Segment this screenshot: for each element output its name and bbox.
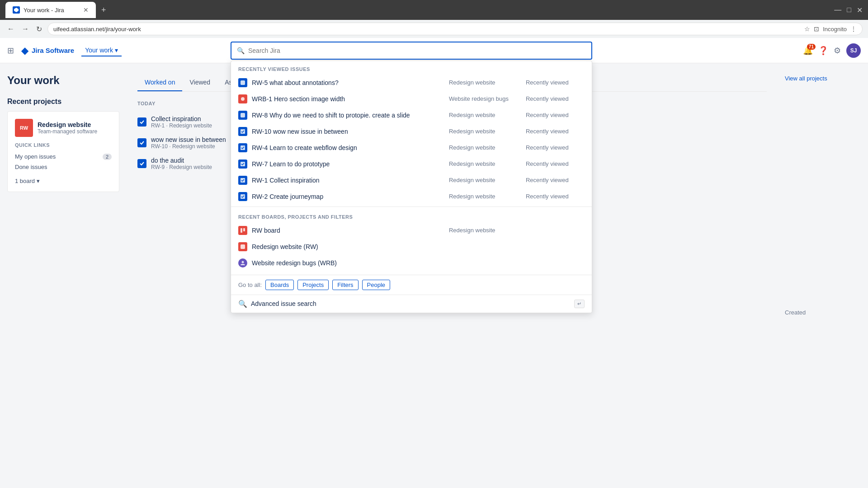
new-tab-button[interactable]: +: [101, 5, 106, 15]
issue-badge: Recently viewed: [526, 160, 585, 167]
svg-rect-11: [241, 244, 245, 249]
dropdown-issue-rw5[interactable]: RW-5 what about annotations? Redesign we…: [231, 75, 592, 91]
dropdown-issue-rw10[interactable]: RW-10 wow new issue in between Redesign …: [231, 123, 592, 140]
issue-type-story-icon: [238, 78, 247, 87]
dropdown-issue-rw7[interactable]: RW-7 Learn to do prototype Redesign webs…: [231, 156, 592, 172]
your-work-nav-item[interactable]: Your work ▾: [81, 45, 122, 56]
goto-projects-button[interactable]: Projects: [297, 280, 329, 290]
work-item-id: RW-1: [151, 122, 165, 129]
refresh-button[interactable]: ↻: [34, 23, 44, 35]
search-container: 🔍 RECENTLY VIEWED ISSUES RW-5 what about…: [231, 42, 592, 60]
dropdown-issue-rw1[interactable]: RW-1 Collect inspiration Redesign websit…: [231, 172, 592, 188]
close-button[interactable]: ✕: [857, 6, 863, 14]
sidebar: Your work Recent projects RW Redesign we…: [0, 63, 127, 488]
recently-viewed-issues-header: RECENTLY VIEWED ISSUES: [231, 61, 592, 75]
dropdown-issue-wrb1[interactable]: WRB-1 Hero section image width Website r…: [231, 91, 592, 107]
your-work-chevron: ▾: [115, 47, 118, 54]
work-item-icon: [137, 138, 146, 147]
issue-project: Redesign website: [449, 112, 521, 118]
open-issues-label: My open issues: [15, 153, 56, 160]
advanced-search-row[interactable]: 🔍 Advanced issue search ↵: [231, 295, 592, 313]
issue-title: RW-2 Create journeymap: [252, 193, 444, 200]
notifications-button[interactable]: 🔔 71: [803, 46, 813, 56]
work-item-title: Collect inspiration: [151, 115, 212, 122]
board-label: 1 board: [15, 178, 35, 184]
work-item-project: Redesign website: [169, 164, 212, 170]
issue-project: Redesign website: [449, 160, 521, 167]
goto-row: Go to all: Boards Projects Filters Peopl…: [231, 275, 592, 295]
your-work-label: Your work: [85, 47, 113, 54]
search-input-wrap[interactable]: 🔍: [231, 42, 592, 60]
work-item-project: Redesign website: [172, 143, 215, 150]
split-screen-icon[interactable]: ⊡: [814, 25, 819, 33]
address-bar-actions: ☆ ⊡ Incognito ⋮: [804, 25, 857, 33]
issue-project: Redesign website: [449, 193, 521, 200]
menu-icon[interactable]: ⋮: [850, 25, 857, 33]
view-all-projects-link[interactable]: View all projects: [785, 75, 827, 82]
maximize-button[interactable]: □: [847, 6, 851, 14]
issue-badge: Recently viewed: [526, 128, 585, 135]
my-open-issues-link[interactable]: My open issues 2: [15, 151, 112, 162]
tab-close-button[interactable]: ✕: [83, 6, 89, 14]
dropdown-issue-rw4[interactable]: RW-4 Learn to create webflow design Rede…: [231, 140, 592, 156]
board-chevron: ▾: [37, 178, 40, 184]
issue-project: Redesign website: [449, 144, 521, 151]
board-button[interactable]: 1 board ▾: [15, 178, 40, 184]
dropdown-issue-rw8[interactable]: RW-8 Why do we need to shift to protopie…: [231, 107, 592, 123]
user-avatar[interactable]: SJ: [846, 43, 861, 58]
browser-tab[interactable]: Your work - Jira ✕: [5, 2, 96, 18]
app-name-label: Jira Software: [32, 47, 74, 54]
issue-badge: Recently viewed: [526, 193, 585, 200]
people-title: Website redesign bugs (WRB): [252, 259, 444, 267]
goto-people-button[interactable]: People: [362, 280, 390, 290]
right-panel: View all projects Created: [778, 63, 868, 488]
done-issues-link[interactable]: Done issues: [15, 162, 112, 172]
grid-menu-icon[interactable]: ⊞: [7, 46, 14, 56]
issue-project: Website redesign bugs: [449, 95, 521, 102]
dropdown-issue-rw2[interactable]: RW-2 Create journeymap Redesign website …: [231, 188, 592, 205]
jira-logo-icon: ◆: [21, 45, 28, 56]
search-input[interactable]: [248, 47, 586, 54]
page-title: Your work: [7, 74, 119, 87]
dropdown-board-rw[interactable]: RW board Redesign website: [231, 222, 592, 239]
goto-boards-button[interactable]: Boards: [265, 280, 294, 290]
issue-title: RW-8 Why do we need to shift to protopie…: [252, 112, 444, 119]
tab-worked-on[interactable]: Worked on: [137, 74, 182, 91]
tab-title: Your work - Jira: [24, 7, 80, 14]
work-item-project: Redesign website: [169, 122, 212, 129]
help-button[interactable]: ❓: [818, 46, 828, 56]
address-bar[interactable]: uifeed.atlassian.net/jira/your-work ☆ ⊡ …: [47, 23, 863, 35]
svg-rect-16: [139, 140, 145, 145]
issue-type-bug-icon: [238, 94, 247, 103]
recent-projects-label: Recent projects: [7, 98, 119, 106]
back-button[interactable]: ←: [5, 23, 16, 35]
issue-project: Redesign website: [449, 79, 521, 86]
tab-viewed[interactable]: Viewed: [182, 74, 217, 91]
settings-button[interactable]: ⚙: [834, 46, 841, 56]
advanced-search-label: Advanced issue search: [251, 300, 571, 307]
work-item-separator: ·: [169, 143, 172, 150]
project-info: Redesign website Team-managed software: [38, 121, 97, 135]
app-logo[interactable]: ◆ Jira Software: [21, 45, 74, 56]
work-item-meta: RW-10 · Redesign website: [151, 143, 226, 150]
svg-rect-1: [241, 80, 245, 85]
advanced-search-icon: 🔍: [238, 300, 247, 308]
dropdown-project-rw[interactable]: Redesign website (RW): [231, 239, 592, 255]
work-item-title: do the audit: [151, 157, 212, 164]
dropdown-project-wrb[interactable]: Website redesign bugs (WRB): [231, 255, 592, 271]
work-item-icon: [137, 159, 146, 168]
address-bar-row: ← → ↻ uifeed.atlassian.net/jira/your-wor…: [0, 20, 868, 38]
project-card: RW Redesign website Team-managed softwar…: [7, 111, 119, 192]
work-item-meta: RW-9 · Redesign website: [151, 164, 212, 170]
goto-label: Go to all:: [238, 282, 262, 288]
bookmark-icon[interactable]: ☆: [804, 25, 810, 33]
issue-title: RW-4 Learn to create webflow design: [252, 144, 444, 151]
goto-filters-button[interactable]: Filters: [332, 280, 358, 290]
minimize-button[interactable]: —: [834, 6, 841, 14]
done-issues-label: Done issues: [15, 164, 47, 170]
forward-button[interactable]: →: [20, 23, 31, 35]
issue-type-task-icon: [238, 160, 247, 169]
issue-type-task-icon: [238, 192, 247, 201]
issue-badge: Recently viewed: [526, 112, 585, 118]
issue-project: Redesign website: [449, 128, 521, 135]
